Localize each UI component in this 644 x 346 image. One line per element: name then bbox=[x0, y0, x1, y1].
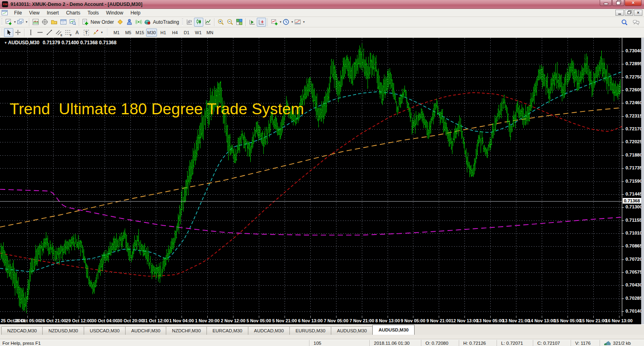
chart-tab-nzdcad-m30-0[interactable]: NZDCAD,M30 bbox=[1, 326, 43, 335]
chart-tab-eurusd-m30-7[interactable]: EURUSD,M30 bbox=[289, 326, 331, 335]
close-icon: × bbox=[632, 0, 634, 5]
arrows-tool-button[interactable] bbox=[91, 28, 100, 37]
price-tick bbox=[622, 142, 624, 142]
time-label: 26 Oct 05:00 bbox=[14, 318, 41, 323]
arrows-caret-icon[interactable]: ▾ bbox=[101, 31, 103, 34]
cursor-tool-button[interactable] bbox=[4, 28, 13, 37]
toolbar-grip[interactable] bbox=[182, 19, 183, 26]
time-label: 5 Nov 21:00 bbox=[272, 318, 297, 323]
chart-tab-audchf-m30-3[interactable]: AUDCHF,M30 bbox=[125, 326, 166, 335]
price-chart-canvas[interactable] bbox=[0, 38, 644, 316]
chart-tab-eurcad-m30-5[interactable]: EURCAD,M30 bbox=[206, 326, 248, 335]
chart-tab-audusd-m30-8[interactable]: AUDUSD,M30 bbox=[331, 326, 373, 335]
time-tick bbox=[182, 316, 182, 318]
zoom-in-button[interactable] bbox=[216, 18, 225, 27]
status-default-cell: 105 bbox=[309, 340, 369, 346]
chart-tab-audusd-m30-9[interactable]: AUDUSD,M30 bbox=[372, 325, 415, 335]
crosshair-tool-button[interactable] bbox=[13, 28, 23, 37]
price-label: 0.71155 bbox=[625, 218, 642, 222]
chart-tab-usdcad-m30-2[interactable]: USDCAD,M30 bbox=[84, 326, 126, 335]
price-tick bbox=[622, 285, 624, 286]
auto-scroll-button[interactable] bbox=[248, 18, 257, 27]
menu-charts[interactable]: Charts bbox=[62, 9, 84, 16]
timeframe-m1-button[interactable]: M1 bbox=[111, 29, 122, 37]
mdi-minimize-button[interactable] bbox=[615, 10, 624, 16]
timeframe-h4-button[interactable]: H4 bbox=[169, 29, 180, 37]
text-tool-button[interactable]: A bbox=[72, 28, 82, 37]
zoom-out-button[interactable] bbox=[225, 18, 235, 27]
timeframe-m5-button[interactable]: M5 bbox=[123, 29, 134, 37]
chart-tab-nzdchf-m30-4[interactable]: NZDCHF,M30 bbox=[166, 326, 207, 335]
window-minimize-button[interactable] bbox=[600, 0, 612, 6]
menu-tools[interactable]: Tools bbox=[84, 9, 103, 16]
window-restore-button[interactable] bbox=[612, 0, 624, 6]
templates-button[interactable] bbox=[293, 18, 302, 27]
bar-chart-mode-button[interactable] bbox=[185, 18, 194, 27]
search-button[interactable] bbox=[620, 18, 629, 27]
time-label: 12 Nov 13:00 bbox=[451, 318, 478, 323]
fibonacci-tool-button[interactable]: F bbox=[63, 28, 72, 37]
time-tick bbox=[207, 316, 208, 318]
trendline-tool-button[interactable] bbox=[45, 28, 54, 37]
navigator-button[interactable] bbox=[50, 18, 59, 27]
label-tool-icon: T bbox=[84, 30, 89, 35]
horizontal-line-tool-button[interactable] bbox=[35, 28, 45, 37]
chat-button[interactable] bbox=[632, 18, 641, 27]
mdi-close-button[interactable]: × bbox=[634, 10, 642, 16]
price-tick bbox=[622, 64, 624, 64]
signals-button[interactable] bbox=[134, 18, 143, 27]
time-label: 16 Nov 13:00 bbox=[605, 318, 632, 323]
new-order-button[interactable] bbox=[81, 18, 89, 27]
chart-tab-audcad-m30-6[interactable]: AUDCAD,M30 bbox=[248, 326, 290, 335]
menu-view[interactable]: View bbox=[25, 9, 43, 16]
new-order-label[interactable]: New Order bbox=[89, 19, 116, 25]
menu-help[interactable]: Help bbox=[127, 9, 144, 16]
price-tick bbox=[622, 51, 624, 51]
autotrading-label[interactable]: AutoTrading bbox=[152, 19, 181, 25]
time-axis[interactable]: 25 Oct 201826 Oct 05:0026 Oct 21:0029 Oc… bbox=[0, 316, 641, 324]
periods-button[interactable] bbox=[281, 18, 291, 27]
expert-advisors-button[interactable] bbox=[125, 18, 134, 27]
timeframe-d1-button[interactable]: D1 bbox=[181, 29, 192, 37]
strategy-tester-button[interactable] bbox=[68, 18, 77, 27]
timeframe-m15-button[interactable]: M15 bbox=[134, 29, 145, 37]
mdi-close-icon: × bbox=[637, 10, 639, 15]
mdi-restore-button[interactable] bbox=[625, 10, 633, 16]
new-chart-button[interactable] bbox=[4, 18, 13, 27]
toolbar-grip[interactable] bbox=[107, 29, 108, 36]
app-logo-icon: XM bbox=[2, 1, 8, 7]
timeframe-h1-button[interactable]: H1 bbox=[158, 29, 169, 37]
autotrading-button[interactable] bbox=[143, 18, 152, 27]
timeframe-m30-button[interactable]: M30 bbox=[146, 29, 157, 37]
tile-windows-button[interactable] bbox=[235, 18, 244, 27]
chart-tab-nzdusd-m30-1[interactable]: NZDUSD,M30 bbox=[42, 326, 84, 335]
price-axis[interactable]: 0.71368 0.730400.728950.727500.726050.72… bbox=[622, 38, 641, 316]
time-tick bbox=[336, 316, 336, 318]
market-watch-button[interactable] bbox=[31, 18, 40, 27]
toolbar-grip[interactable] bbox=[1, 29, 2, 36]
menu-insert[interactable]: Insert bbox=[43, 9, 62, 16]
channel-tool-button[interactable]: E bbox=[54, 28, 63, 37]
window-close-button[interactable]: × bbox=[625, 0, 642, 6]
profiles-caret-icon[interactable]: ▾ bbox=[26, 20, 27, 24]
data-window-button[interactable] bbox=[40, 18, 50, 27]
candlestick-mode-button[interactable] bbox=[194, 18, 203, 27]
metaeditor-button[interactable] bbox=[116, 18, 125, 27]
timeframe-mn-button[interactable]: MN bbox=[204, 29, 215, 37]
time-tick bbox=[464, 316, 465, 318]
line-chart-mode-button[interactable] bbox=[203, 18, 213, 27]
indicators-button[interactable] bbox=[270, 18, 279, 27]
menu-file[interactable]: File bbox=[10, 9, 25, 16]
vertical-line-tool-button[interactable] bbox=[26, 28, 35, 37]
terminal-button[interactable] bbox=[59, 18, 68, 27]
time-tick bbox=[439, 316, 439, 318]
toolbar-grip[interactable] bbox=[1, 19, 2, 26]
templates-caret-icon[interactable]: ▾ bbox=[303, 20, 305, 24]
menu-window[interactable]: Window bbox=[103, 9, 127, 16]
chart-shift-button[interactable] bbox=[257, 18, 266, 27]
chart-dropdown-icon[interactable]: ▼ bbox=[4, 41, 7, 45]
label-tool-button[interactable]: T bbox=[82, 28, 91, 37]
price-label: 0.70430 bbox=[625, 282, 642, 287]
profiles-button[interactable] bbox=[16, 18, 25, 27]
timeframe-w1-button[interactable]: W1 bbox=[193, 29, 204, 37]
